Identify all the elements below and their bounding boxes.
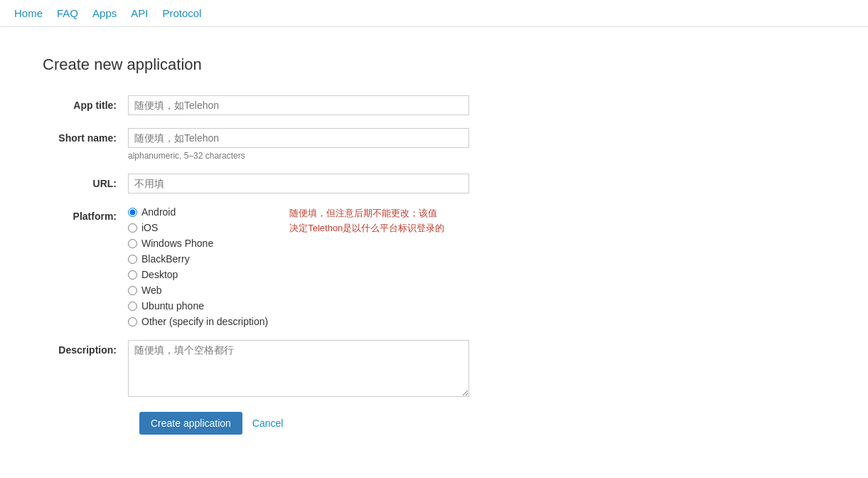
app-title-row: App title: (43, 95, 640, 115)
url-field (128, 174, 469, 193)
platform-radio-ubuntu_phone[interactable] (128, 302, 137, 311)
form-actions: Create application Cancel (139, 412, 640, 435)
platform-radio-blackberry[interactable] (128, 255, 137, 264)
platform-row: Platform: AndroidiOSWindows PhoneBlackBe… (43, 206, 640, 327)
description-label: Description: (43, 340, 128, 356)
platform-note: 随便填，但注意后期不能更改；该值决定Telethon是以什么平台标识登录的 (289, 206, 446, 236)
platform-option-desktop[interactable]: Desktop (128, 269, 268, 280)
platform-radio-other[interactable] (128, 317, 137, 326)
page-title: Create new application (43, 55, 640, 74)
short-name-row: Short name: alphanumeric, 5–32 character… (43, 128, 640, 161)
nav-home[interactable]: Home (14, 7, 43, 19)
platform-options: AndroidiOSWindows PhoneBlackBerryDesktop… (128, 206, 268, 327)
create-application-button[interactable]: Create application (139, 412, 242, 435)
platform-option-ubuntu_phone[interactable]: Ubuntu phone (128, 300, 268, 312)
platform-radio-android[interactable] (128, 208, 137, 217)
url-input[interactable] (128, 174, 469, 193)
main-nav: Home FAQ Apps API Protocol (0, 0, 868, 27)
description-input[interactable] (128, 340, 469, 397)
nav-faq[interactable]: FAQ (57, 7, 78, 19)
cancel-button[interactable]: Cancel (252, 418, 284, 429)
nav-protocol[interactable]: Protocol (162, 7, 201, 19)
app-title-input[interactable] (128, 95, 469, 115)
platform-label-android: Android (141, 206, 176, 218)
description-field (128, 340, 469, 399)
main-content: Create new application App title: Short … (0, 27, 682, 463)
short-name-field: alphanumeric, 5–32 characters (128, 128, 469, 161)
platform-label-ios: iOS (141, 222, 158, 233)
description-row: Description: (43, 340, 640, 399)
platform-option-android[interactable]: Android (128, 206, 268, 218)
nav-api[interactable]: API (131, 7, 148, 19)
app-title-label: App title: (43, 95, 128, 111)
platform-option-blackberry[interactable]: BlackBerry (128, 253, 268, 265)
short-name-input[interactable] (128, 128, 469, 148)
platform-label-windows_phone: Windows Phone (141, 238, 213, 249)
platform-radio-desktop[interactable] (128, 270, 137, 280)
nav-apps[interactable]: Apps (92, 7, 117, 19)
platform-container: AndroidiOSWindows PhoneBlackBerryDesktop… (128, 206, 446, 327)
platform-label-blackberry: BlackBerry (141, 253, 190, 265)
app-title-field (128, 95, 469, 115)
short-name-hint: alphanumeric, 5–32 characters (128, 151, 469, 161)
platform-option-web[interactable]: Web (128, 285, 268, 296)
url-label: URL: (43, 174, 128, 189)
url-row: URL: (43, 174, 640, 193)
platform-option-windows_phone[interactable]: Windows Phone (128, 238, 268, 249)
platform-label-other: Other (specify in description) (141, 316, 268, 327)
platform-label-ubuntu_phone: Ubuntu phone (141, 300, 204, 312)
platform-label-web: Web (141, 285, 162, 296)
platform-radio-ios[interactable] (128, 223, 137, 233)
short-name-label: Short name: (43, 128, 128, 144)
platform-option-ios[interactable]: iOS (128, 222, 268, 233)
platform-radio-windows_phone[interactable] (128, 239, 137, 248)
platform-option-other[interactable]: Other (specify in description) (128, 316, 268, 327)
platform-label: Platform: (43, 206, 128, 222)
platform-radio-web[interactable] (128, 286, 137, 295)
platform-label-desktop: Desktop (141, 269, 178, 280)
